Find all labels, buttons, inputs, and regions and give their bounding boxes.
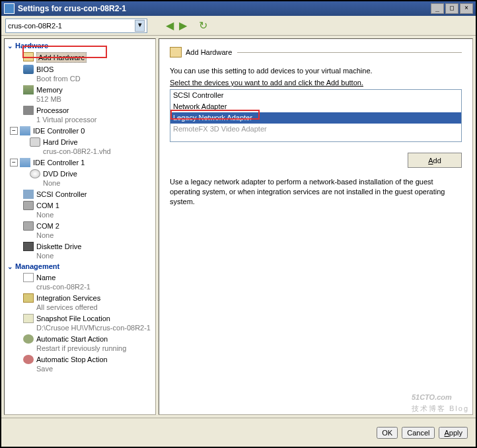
settings-tree: ⌄ Hardware Add Hardware BIOSBoot from CD… [4,38,156,415]
hard-drive-icon [30,137,40,147]
com-port-icon [23,221,34,231]
panel-title: Add Hardware [186,48,232,56]
tree-hdd[interactable]: Hard Drivecrus-con-08R2-1.vhd [5,136,155,157]
tree-add-hardware[interactable]: Add Hardware [5,51,155,63]
name-icon [23,273,34,282]
nav-forward-icon[interactable]: ▶ [179,19,187,32]
maximize-button[interactable]: □ [445,3,459,14]
collapse-icon[interactable]: ⌄ [7,263,13,270]
cancel-button[interactable]: Cancel [402,427,435,439]
memory-icon [23,85,34,94]
ide-icon [20,158,30,167]
tree-com1[interactable]: COM 1None [5,200,155,220]
device-option-scsi[interactable]: SCSI Controller [170,90,461,101]
tree-snapshot[interactable]: Snapshot File LocationD:\Crusoe HU\VM\cr… [5,313,155,333]
device-option-network[interactable]: Network Adapter [170,101,461,112]
window-title: Settings for crus-con-08R2-1 [18,4,429,13]
tree-ide1[interactable]: − IDE Controller 1 [5,157,155,168]
tree-dvd[interactable]: DVD DriveNone [5,168,155,188]
instruction-text: Select the devices you want to add and c… [170,79,462,87]
expander-icon[interactable]: − [10,127,18,135]
tree-ide0[interactable]: − IDE Controller 0 [5,125,155,136]
device-description: Use a legacy network adapter to perform … [170,177,462,207]
chevron-down-icon[interactable]: ▾ [135,20,145,32]
apply-button[interactable]: Apply [439,427,468,439]
tree-bios[interactable]: BIOSBoot from CD [5,63,155,84]
hardware-section: ⌄ Hardware [5,40,155,51]
tree-autostart[interactable]: Automatic Start ActionRestart if previou… [5,333,155,354]
dialog-buttons: OK Cancel Apply [1,418,476,447]
add-hardware-icon [23,52,34,61]
tree-diskette[interactable]: Diskette DriveNone [5,241,155,261]
tree-integration[interactable]: Integration ServicesAll services offered [5,292,155,313]
panel-header: Add Hardware [170,47,462,57]
refresh-icon[interactable]: ↻ [199,19,207,32]
intro-text: You can use this setting to add devices … [170,65,462,76]
processor-icon [23,106,34,115]
dvd-icon [30,169,40,178]
add-hardware-icon [170,47,182,57]
stop-action-icon [23,355,34,364]
bios-icon [23,65,34,74]
management-section: ⌄ Management [5,261,155,272]
tree-scsi[interactable]: SCSI Controller [5,188,155,200]
toolbar: crus-con-08R2-1 ▾ ◀ ▶ ↻ [1,16,476,36]
right-panel: Add Hardware You can use this setting to… [159,38,473,415]
close-button[interactable]: × [460,3,473,14]
divider [237,52,462,53]
tree-autostop[interactable]: Automatic Stop ActionSave [5,354,155,374]
tree-com2[interactable]: COM 2None [5,220,155,241]
integration-icon [23,293,34,303]
vm-selector[interactable]: crus-con-08R2-1 ▾ [5,19,147,33]
minimize-button[interactable]: _ [431,3,444,14]
device-list[interactable]: SCSI Controller Network Adapter Legacy N… [170,89,462,142]
tree-processor[interactable]: Processor1 Virtual processor [5,104,155,125]
ok-button[interactable]: OK [377,427,398,439]
scsi-icon [23,190,34,199]
add-button[interactable]: Add [408,153,462,168]
device-option-remotefx[interactable]: RemoteFX 3D Video Adapter [170,124,461,135]
vm-selector-value: crus-con-08R2-1 [8,22,135,30]
tree-memory[interactable]: Memory512 MB [5,84,155,104]
tree-name[interactable]: Namecrus-con-08R2-1 [5,272,155,292]
collapse-icon[interactable]: ⌄ [7,42,13,50]
ide-icon [20,126,30,135]
settings-window: Settings for crus-con-08R2-1 _ □ × crus-… [0,0,477,448]
snapshot-icon [23,314,34,323]
diskette-icon [23,242,34,251]
titlebar: Settings for crus-con-08R2-1 _ □ × [1,1,476,16]
window-icon [4,3,15,14]
nav-back-icon[interactable]: ◀ [166,19,174,32]
expander-icon[interactable]: − [10,159,18,167]
start-action-icon [23,334,34,344]
device-option-legacy-network[interactable]: Legacy Network Adapter [170,112,461,124]
com-port-icon [23,201,34,210]
